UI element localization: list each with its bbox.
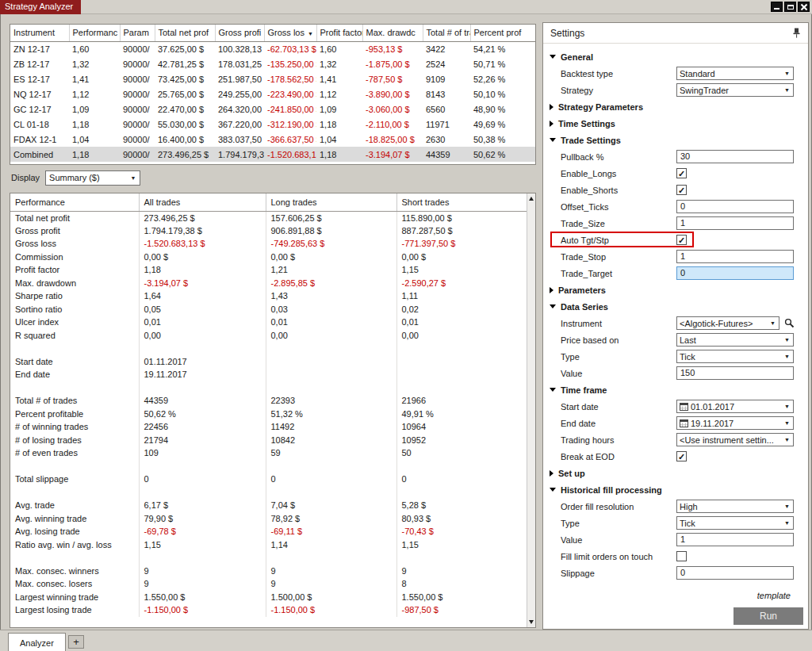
display-dropdown-value: Summary ($) — [46, 173, 127, 182]
pin-icon[interactable] — [792, 28, 801, 38]
metric-label: Largest winning trade — [10, 591, 139, 604]
settings-group-strategy-parameters[interactable]: Strategy Parameters — [543, 98, 808, 115]
settings-group-general[interactable]: General — [543, 48, 808, 65]
table-row: R squared0,000,000,00 — [10, 329, 527, 343]
dropdown-order-fill-resolution[interactable]: High▼ — [676, 500, 794, 513]
vertical-scrollbar[interactable] — [527, 193, 535, 627]
metric-value — [396, 381, 527, 395]
table-row — [10, 486, 527, 500]
input-value[interactable]: 150 — [676, 366, 794, 380]
scroll-up-button[interactable] — [527, 194, 535, 203]
settings-group-set-up[interactable]: Set up — [543, 465, 808, 481]
column-header-performanc[interactable]: Performanc — [69, 25, 120, 41]
table-cell: 9109 — [423, 71, 470, 86]
table-cell: 37.625,00 $ — [155, 41, 215, 56]
table-row[interactable]: ZN 12-171,6090000/37.625,00 $100.328,13-… — [10, 41, 536, 56]
datepicker-start-date[interactable]: 01.01.2017▼ — [676, 400, 794, 413]
template-link[interactable]: template — [757, 591, 791, 600]
minimize-button[interactable] — [771, 2, 783, 12]
add-tab-button[interactable]: + — [68, 635, 84, 649]
dropdown-type[interactable]: Tick▼ — [676, 516, 794, 530]
metric-value: -2.895,85 $ — [266, 277, 396, 290]
input-trade-target[interactable]: 0 — [676, 266, 794, 280]
checkbox-fill-limit-orders-on-touch[interactable] — [676, 551, 687, 561]
metric-label — [10, 486, 139, 500]
input-pullback[interactable]: 30 — [676, 150, 794, 163]
tab-analyzer[interactable]: Analyzer — [8, 633, 66, 651]
input-offset-ticks[interactable]: 0 — [676, 200, 794, 213]
display-row: Display Summary ($) ▼ — [11, 170, 140, 186]
column-header-gross-los[interactable]: Gross los▼ — [264, 25, 316, 41]
metric-value: 80,93 $ — [396, 512, 527, 526]
display-dropdown[interactable]: Summary ($) ▼ — [45, 170, 140, 186]
settings-item-trading-hours: Trading hours<Use instrument settin...▼ — [543, 431, 808, 448]
settings-group-parameters[interactable]: Parameters — [543, 281, 808, 298]
metric-value — [396, 460, 527, 473]
dropdown-strategy[interactable]: SwingTrader▼ — [676, 83, 794, 97]
chevron-down-icon: ▼ — [781, 337, 793, 343]
input-trade-size[interactable]: 1 — [676, 216, 794, 230]
dropdown-type[interactable]: Tick▼ — [676, 350, 794, 363]
table-row[interactable]: ZB 12-171,3290000/42.781,25 $178.031,25-… — [10, 56, 536, 71]
metric-label: Start date — [10, 355, 139, 369]
table-cell: 50,10 % — [470, 86, 536, 101]
column-header-percent-prof[interactable]: Percent prof — [470, 25, 536, 41]
scroll-down-button[interactable] — [527, 618, 535, 626]
settings-group-historical-fill-processing[interactable]: Historical fill processing — [543, 481, 808, 498]
column-header-max-drawdc[interactable]: Max. drawdc — [362, 25, 423, 41]
metric-value: 1.550,00 $ — [396, 591, 527, 604]
maximize-button[interactable] — [784, 2, 796, 12]
search-icon[interactable] — [784, 318, 795, 328]
column-header-instrument[interactable]: Instrument — [10, 25, 69, 41]
settings-group-trade-settings[interactable]: Trade Settings — [543, 132, 808, 148]
run-button[interactable]: Run — [733, 607, 803, 625]
datepicker-end-date[interactable]: 19.11.2017▼ — [676, 416, 794, 430]
table-row[interactable]: ES 12-171,4190000/73.425,00 $251.987,50-… — [10, 71, 536, 86]
settings-item-strategy: StrategySwingTrader▼ — [543, 82, 808, 98]
close-button[interactable] — [798, 2, 810, 12]
input-value[interactable]: 1 — [676, 533, 794, 546]
metric-value — [139, 381, 266, 395]
table-cell: 1,41 — [69, 71, 120, 86]
metric-value: 1,21 — [266, 263, 396, 277]
dropdown-backtest-type[interactable]: Standard▼ — [676, 67, 794, 80]
item-label: Enable_Longs — [561, 169, 675, 178]
arrow-up-icon — [529, 197, 534, 201]
checkbox-auto-tgt-stp[interactable]: ✓ — [676, 235, 687, 245]
metric-value: 6,17 $ — [139, 499, 266, 512]
column-header-profit-factor[interactable]: Profit factor — [316, 25, 362, 41]
settings-tree: GeneralBacktest typeStandard▼StrategySwi… — [543, 44, 808, 581]
dropdown-instrument[interactable]: <Algotick-Futures>▼ — [676, 316, 779, 330]
metric-value: 49,91 % — [396, 408, 527, 421]
table-row[interactable]: GC 12-171,0990000/22.470,00 $264.320,00-… — [10, 101, 536, 117]
chevron-down-icon — [550, 388, 556, 392]
input-slippage[interactable]: 0 — [676, 566, 794, 580]
results-header-row: InstrumentPerformancParamTotal net profG… — [10, 25, 536, 41]
table-row[interactable]: FDAX 12-11,0490000/16.400,00 $383.037,50… — [10, 132, 536, 147]
table-cell: 1,60 — [316, 41, 362, 56]
input-trade-stop[interactable]: 1 — [676, 250, 794, 263]
metric-value: 22456 — [139, 420, 266, 434]
dropdown-price-based-on[interactable]: Last▼ — [676, 333, 794, 347]
metric-value — [266, 486, 396, 500]
column-header-param[interactable]: Param — [120, 25, 155, 41]
dropdown-trading-hours[interactable]: <Use instrument settin...▼ — [676, 433, 794, 446]
settings-group-data-series[interactable]: Data Series — [543, 298, 808, 315]
column-header-total-net-prof[interactable]: Total net prof — [155, 25, 215, 41]
metric-value — [139, 486, 266, 500]
group-label: Trade Settings — [561, 136, 621, 145]
column-header-total-of-tra[interactable]: Total # of tra — [423, 25, 470, 41]
settings-group-time-frame[interactable]: Time frame — [543, 381, 808, 398]
metric-value: 10952 — [396, 434, 527, 447]
table-row[interactable]: NQ 12-171,1290000/25.765,00 $249.255,00-… — [10, 86, 536, 101]
checkbox-enable-shorts[interactable]: ✓ — [676, 185, 687, 195]
table-row[interactable]: Combined1,1890000/273.496,25 $1.794.179,… — [10, 147, 536, 162]
checkbox-enable-longs[interactable]: ✓ — [676, 168, 687, 178]
chevron-down-icon — [550, 138, 556, 142]
column-header-gross-profi[interactable]: Gross profi — [215, 25, 264, 41]
checkbox-break-at-eod[interactable]: ✓ — [676, 451, 687, 461]
metric-label: End date — [10, 368, 139, 381]
table-row[interactable]: CL 01-181,1890000/55.030,00 $367.220,00-… — [10, 117, 536, 132]
settings-item-order-fill-resolution: Order fill resolutionHigh▼ — [543, 498, 808, 515]
settings-group-time-settings[interactable]: Time Settings — [543, 115, 808, 132]
